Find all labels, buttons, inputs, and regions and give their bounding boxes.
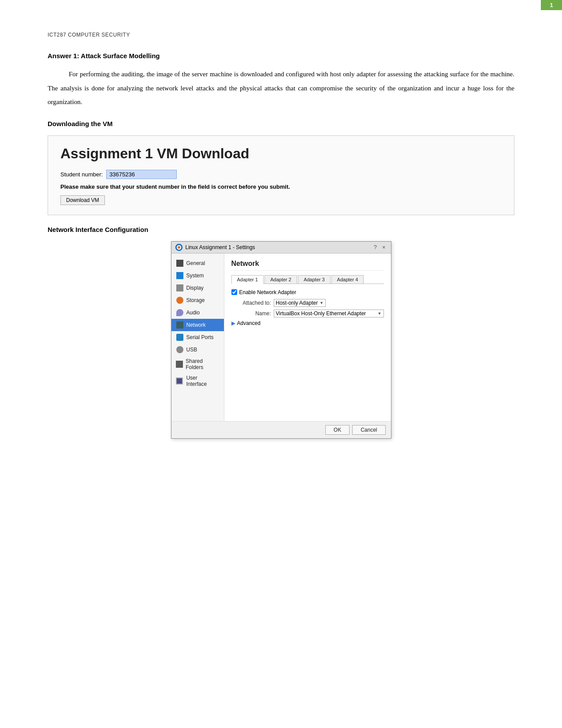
vbox-dialog-footer: OK Cancel: [171, 421, 391, 438]
page: 1 ICT287 COMPUTER SECURITY Answer 1: Att…: [0, 0, 562, 470]
sidebar-label-system: System: [186, 273, 204, 279]
section-heading-2: Downloading the VM: [48, 120, 514, 127]
sidebar-item-general[interactable]: General: [171, 257, 224, 269]
answer1-body: For performing the auditing, the image o…: [48, 67, 514, 109]
network-icon: [176, 321, 184, 329]
enable-adapter-label: Enable Network Adapter: [239, 289, 296, 295]
sidebar-item-user-interface[interactable]: User Interface: [171, 373, 224, 389]
advanced-row[interactable]: ▶ Advanced: [231, 320, 384, 326]
audio-icon: [176, 309, 184, 317]
sidebar-label-audio: Audio: [186, 310, 200, 316]
usb-icon: [176, 346, 184, 354]
vbox-titlebar-controls: ? ×: [372, 244, 387, 250]
sidebar-label-usb: USB: [186, 347, 197, 353]
serialports-icon: [176, 333, 184, 341]
attached-dropdown-arrow: ▼: [320, 301, 324, 305]
tab-adapter2[interactable]: Adapter 2: [264, 275, 297, 284]
sidebar-item-audio[interactable]: Audio: [171, 306, 224, 319]
sidebar-item-serial-ports[interactable]: Serial Ports: [171, 331, 224, 343]
vm-download-box: Assignment 1 VM Download Student number:…: [48, 135, 514, 215]
enable-adapter-row: Enable Network Adapter: [231, 289, 384, 295]
sidebar-label-storage: Storage: [186, 297, 205, 303]
sidebar-label-serialports: Serial Ports: [186, 334, 214, 340]
student-number-row: Student number:: [60, 170, 502, 179]
tab-adapter4[interactable]: Adapter 4: [331, 275, 364, 284]
vbox-sidebar: General System Display Storage: [171, 254, 224, 421]
ok-button[interactable]: OK: [325, 425, 350, 435]
sidebar-label-ui: User Interface: [186, 375, 219, 387]
attached-to-row: Attached to: Host-only Adapter ▼: [231, 299, 384, 307]
display-icon: [176, 284, 184, 292]
download-vm-button[interactable]: Download VM: [60, 195, 105, 205]
sidebar-label-shared: Shared Folders: [186, 358, 219, 370]
general-icon: [176, 259, 184, 267]
page-number: 1: [541, 0, 562, 10]
sidebar-item-display[interactable]: Display: [171, 282, 224, 294]
attached-dropdown[interactable]: Host-only Adapter ▼: [274, 299, 326, 307]
attached-value: Host-only Adapter: [276, 300, 318, 306]
vbox-logo-icon: [175, 243, 183, 251]
system-icon: [176, 272, 184, 280]
doc-header: ICT287 COMPUTER SECURITY: [48, 32, 514, 38]
name-row: Name: VirtualBox Host-Only Ethernet Adap…: [231, 310, 384, 317]
name-input-display[interactable]: VirtualBox Host-Only Ethernet Adapter ▼: [274, 310, 384, 317]
sidebar-label-general: General: [186, 260, 205, 266]
vbox-close-button[interactable]: ×: [380, 244, 387, 250]
vbox-content: Network Adapter 1 Adapter 2 Adapter 3 Ad…: [224, 254, 391, 421]
advanced-label: Advanced: [237, 320, 261, 326]
storage-icon: [176, 296, 184, 304]
name-dropdown-arrow: ▼: [378, 311, 382, 316]
vbox-title-text: Linux Assignment 1 - Settings: [186, 244, 255, 250]
name-value: VirtualBox Host-Only Ethernet Adapter: [276, 310, 366, 317]
name-label: Name:: [231, 310, 271, 317]
shared-folders-icon: [176, 360, 183, 368]
vbox-dialog-wrapper: Linux Assignment 1 - Settings ? × Genera…: [48, 241, 514, 439]
sidebar-item-usb[interactable]: USB: [171, 343, 224, 356]
vbox-body: General System Display Storage: [171, 254, 391, 421]
vbox-content-heading: Network: [231, 260, 384, 271]
sidebar-item-system[interactable]: System: [171, 269, 224, 282]
sidebar-item-shared-folders[interactable]: Shared Folders: [171, 356, 224, 373]
user-interface-icon: [176, 377, 184, 385]
vbox-titlebar-left: Linux Assignment 1 - Settings: [175, 243, 255, 251]
attached-label: Attached to:: [231, 300, 271, 306]
tab-adapter3[interactable]: Adapter 3: [298, 275, 331, 284]
enable-adapter-checkbox[interactable]: [231, 289, 237, 295]
cancel-button[interactable]: Cancel: [352, 425, 385, 435]
vbox-dialog: Linux Assignment 1 - Settings ? × Genera…: [171, 241, 391, 439]
svg-point-2: [178, 246, 180, 249]
sidebar-label-display: Display: [186, 285, 204, 291]
student-number-input[interactable]: [106, 170, 177, 179]
sidebar-item-storage[interactable]: Storage: [171, 294, 224, 306]
section-heading-1: Answer 1: Attack Surface Modelling: [48, 52, 514, 60]
section-heading-3: Network Interface Configuration: [48, 226, 514, 233]
student-number-label: Student number:: [60, 171, 103, 178]
sidebar-label-network: Network: [186, 322, 206, 328]
advanced-arrow-icon: ▶: [231, 320, 235, 326]
vm-download-title: Assignment 1 VM Download: [60, 146, 502, 162]
sidebar-item-network[interactable]: Network: [171, 319, 224, 331]
vbox-tabs: Adapter 1 Adapter 2 Adapter 3 Adapter 4: [231, 275, 384, 284]
vbox-help-button[interactable]: ?: [372, 244, 379, 250]
vbox-titlebar: Linux Assignment 1 - Settings ? ×: [171, 242, 391, 254]
tab-adapter1[interactable]: Adapter 1: [231, 275, 264, 284]
vm-warning: Please make sure that your student numbe…: [60, 183, 502, 190]
